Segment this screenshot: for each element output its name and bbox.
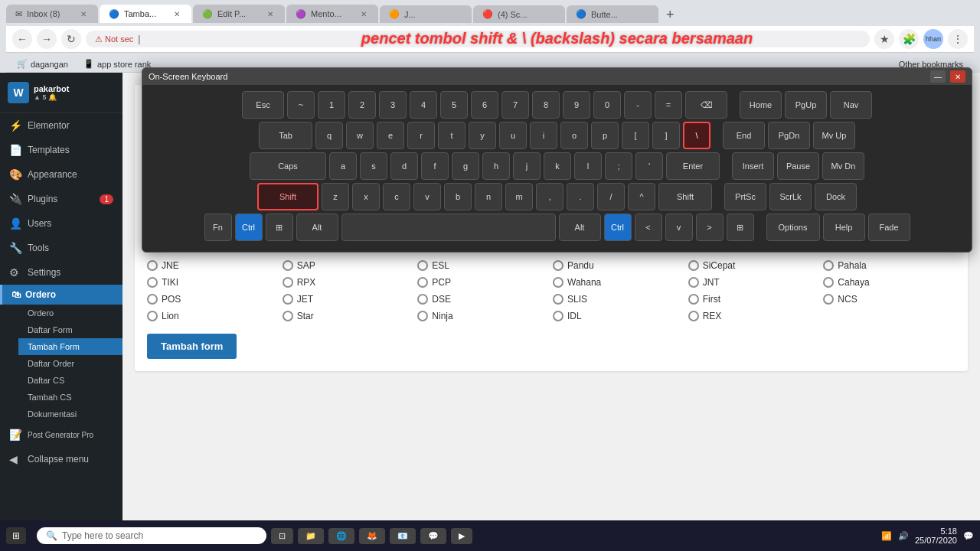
radio-rex[interactable] [688, 311, 699, 321]
key-q[interactable]: q [315, 122, 343, 149]
key-down[interactable]: v [665, 214, 693, 241]
key-shift-right[interactable]: Shift [658, 183, 712, 210]
sidebar-item-ordero[interactable]: Ordero [18, 305, 122, 321]
sidebar-ordero-menu[interactable]: 🛍 Ordero [0, 285, 122, 305]
key-left[interactable]: < [635, 214, 662, 241]
radio-ncs[interactable] [823, 294, 834, 305]
sidebar-item-post-generator[interactable]: 📝 Post Generator Pro [0, 422, 122, 447]
key-f[interactable]: f [421, 152, 449, 180]
tab-tambah[interactable]: 🔵 Tamba... ✕ [100, 5, 191, 23]
keyboard-minimize[interactable]: — [930, 70, 946, 83]
key-o[interactable]: o [560, 122, 588, 149]
key-2[interactable]: 2 [348, 91, 376, 119]
radio-jet[interactable] [283, 294, 293, 305]
sidebar-item-daftar-cs[interactable]: Daftar CS [18, 372, 122, 389]
sidebar-item-settings[interactable]: ⚙ Settings [0, 260, 122, 285]
radio-first[interactable] [688, 294, 699, 305]
taskbar-app-taskview[interactable]: ⊡ [271, 528, 293, 544]
key-p[interactable]: p [591, 122, 619, 149]
key-prtsc[interactable]: PrtSc [724, 183, 766, 210]
key-u[interactable]: u [499, 122, 527, 149]
key-backslash[interactable]: \ [683, 122, 710, 149]
key-alt-right[interactable]: Alt [559, 214, 601, 241]
taskbar-app-app4[interactable]: ▶ [451, 528, 472, 544]
key-dock[interactable]: Dock [815, 183, 857, 210]
taskbar-app-chrome[interactable]: 🌐 [328, 528, 354, 544]
radio-star[interactable] [283, 311, 293, 321]
taskbar-search[interactable]: 🔍 Type here to search [37, 527, 266, 544]
radio-pcp[interactable] [417, 277, 428, 288]
key-h[interactable]: h [482, 152, 510, 180]
radio-sicepat[interactable] [688, 260, 699, 271]
radio-slis[interactable] [553, 294, 564, 305]
key-slash[interactable]: / [597, 183, 625, 210]
profile-avatar[interactable]: hhan [923, 29, 943, 49]
sidebar-item-tambah-form[interactable]: Tambah Form [18, 338, 122, 355]
key-m[interactable]: m [505, 183, 533, 210]
key-t[interactable]: t [438, 122, 466, 149]
bookmark-dagangan[interactable]: 🛒 dagangan [12, 57, 73, 70]
radio-dse[interactable] [417, 294, 428, 305]
tab-edit[interactable]: 🟢 Edit P... ✕ [193, 5, 285, 23]
key-1[interactable]: 1 [318, 91, 345, 119]
key-semicolon[interactable]: ; [605, 152, 632, 180]
key-pgdn[interactable]: PgDn [768, 122, 810, 149]
tab-j[interactable]: 🟠 J... [380, 5, 472, 23]
key-mvup[interactable]: Mv Up [813, 122, 855, 149]
key-enter[interactable]: Enter [666, 152, 720, 180]
radio-pahala[interactable] [823, 260, 834, 271]
key-home[interactable]: Home [740, 91, 782, 119]
radio-rpx[interactable] [283, 277, 293, 288]
key-ctrl-left[interactable]: Ctrl [235, 214, 263, 241]
key-win[interactable]: ⊞ [266, 214, 293, 241]
key-5[interactable]: 5 [440, 91, 468, 119]
keyboard-title-bar[interactable]: On-Screen Keyboard — ✕ [142, 68, 972, 85]
keyboard-close[interactable]: ✕ [950, 70, 965, 83]
key-b[interactable]: b [444, 183, 472, 210]
key-6[interactable]: 6 [471, 91, 498, 119]
key-0[interactable]: 0 [593, 91, 621, 119]
sidebar-item-appearance[interactable]: 🎨 Appearance [0, 162, 122, 187]
key-7[interactable]: 7 [501, 91, 529, 119]
key-i[interactable]: i [530, 122, 557, 149]
key-y[interactable]: y [469, 122, 496, 149]
sidebar-item-daftar-form[interactable]: Daftar Form [18, 321, 122, 338]
key-alt-left[interactable]: Alt [296, 214, 338, 241]
key-minus[interactable]: - [624, 91, 652, 119]
extensions-button[interactable]: 🧩 [899, 29, 919, 49]
taskbar-app-app2[interactable]: 📧 [390, 528, 416, 544]
sidebar-item-tools[interactable]: 🔧 Tools [0, 236, 122, 260]
key-caps[interactable]: Caps [250, 152, 326, 180]
key-tilde[interactable]: ~ [287, 91, 315, 119]
key-s[interactable]: s [360, 152, 387, 180]
key-pause[interactable]: Pause [777, 152, 819, 180]
radio-pos[interactable] [147, 294, 158, 305]
tab-gmail[interactable]: ✉ Inbox (8) ✕ [6, 5, 98, 23]
radio-jnt[interactable] [688, 277, 699, 288]
sidebar-item-tambah-cs[interactable]: Tambah CS [18, 389, 122, 406]
key-scrlk[interactable]: ScrLk [769, 183, 812, 210]
key-bracket-open[interactable]: [ [622, 122, 649, 149]
key-esc[interactable]: Esc [242, 91, 284, 119]
radio-lion[interactable] [147, 311, 158, 321]
key-backspace[interactable]: ⌫ [685, 91, 727, 119]
key-tab[interactable]: Tab [259, 122, 312, 149]
key-z[interactable]: z [322, 183, 349, 210]
key-nav[interactable]: Nav [830, 91, 872, 119]
key-fn[interactable]: Fn [204, 214, 232, 241]
refresh-button[interactable]: ↻ [61, 29, 81, 49]
key-k[interactable]: k [544, 152, 571, 180]
key-space[interactable] [341, 214, 556, 241]
sidebar-item-users[interactable]: 👤 Users [0, 211, 122, 236]
tab-close-edit[interactable]: ✕ [265, 8, 276, 19]
radio-sap[interactable] [283, 260, 293, 271]
new-tab-button[interactable]: + [660, 7, 681, 23]
key-right[interactable]: > [696, 214, 724, 241]
key-4[interactable]: 4 [410, 91, 437, 119]
tab-mentor[interactable]: 🟣 Mento... ✕ [286, 5, 378, 23]
key-e[interactable]: e [377, 122, 404, 149]
key-win2[interactable]: ⊞ [727, 214, 754, 241]
key-insert[interactable]: Insert [732, 152, 774, 180]
sidebar-item-plugins[interactable]: 🔌 Plugins 1 [0, 187, 122, 211]
taskbar-app-explorer[interactable]: 📁 [298, 528, 324, 544]
